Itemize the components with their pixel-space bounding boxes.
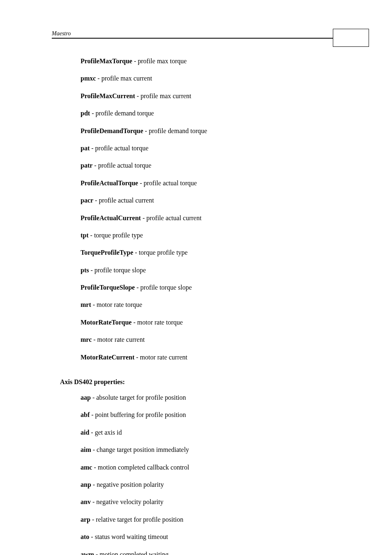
term: patr bbox=[81, 162, 92, 169]
list-item: awm - motion completed waiting bbox=[81, 550, 340, 555]
term: pat bbox=[81, 145, 90, 152]
list-item: pts - profile torque slope bbox=[81, 266, 340, 275]
term: tpt bbox=[81, 232, 89, 239]
list-item: patr - profile actual torque bbox=[81, 161, 340, 170]
header-title: Maestro bbox=[52, 30, 71, 37]
list-item: ProfileActualTorque - profile actual tor… bbox=[81, 179, 340, 188]
list-item: tpt - torque profile type bbox=[81, 231, 340, 240]
description: profile demand torque bbox=[95, 110, 154, 117]
term: pdt bbox=[81, 110, 90, 117]
term: ProfileDemandTorque bbox=[81, 127, 143, 134]
list-item: aid - get axis id bbox=[81, 428, 340, 437]
header-page-box bbox=[333, 29, 369, 47]
term: anp bbox=[81, 481, 91, 488]
list-item: ProfileMaxTorque - profile max torque bbox=[81, 57, 340, 66]
description: profile torque slope bbox=[141, 284, 192, 291]
description: profile actual current bbox=[146, 214, 201, 221]
list-item: ProfileMaxCurrent - profile max current bbox=[81, 92, 340, 101]
list-item: pat - profile actual torque bbox=[81, 144, 340, 153]
description: profile demand torque bbox=[149, 127, 207, 134]
list-item: aim - change target position immediately bbox=[81, 445, 340, 454]
description: motor rate torque bbox=[97, 301, 142, 308]
description: torque profile type bbox=[94, 232, 143, 239]
description: negative velocity polarity bbox=[96, 498, 164, 505]
definition-list-top: ProfileMaxTorque - profile max torque pm… bbox=[52, 57, 340, 362]
term: pts bbox=[81, 267, 89, 274]
description: point buffering for profile position bbox=[95, 411, 186, 418]
term: pacr bbox=[81, 197, 93, 204]
term: ProfileTorqueSlope bbox=[81, 284, 135, 291]
term: pmxc bbox=[81, 75, 96, 82]
list-item: amc - motion completed callback control bbox=[81, 463, 340, 472]
term: ProfileActualTorque bbox=[81, 180, 138, 187]
term: arp bbox=[81, 516, 90, 523]
list-item: anp - negative position polarity bbox=[81, 480, 340, 489]
description: profile actual torque bbox=[98, 162, 152, 169]
term: TorqueProfileType bbox=[81, 249, 133, 256]
term: aim bbox=[81, 446, 91, 453]
term: amc bbox=[81, 464, 92, 471]
description: profile torque slope bbox=[95, 267, 146, 274]
description: negative position polarity bbox=[97, 481, 164, 488]
list-item: ProfileActualCurrent - profile actual cu… bbox=[81, 214, 340, 223]
list-item: aap - absolute target for profile positi… bbox=[81, 393, 340, 402]
description: get axis id bbox=[95, 429, 122, 436]
description: profile max current bbox=[101, 75, 152, 82]
description: motor rate current bbox=[97, 336, 145, 343]
term: ProfileMaxTorque bbox=[81, 58, 132, 64]
description: change target position immediately bbox=[97, 446, 189, 453]
term: MotorRateCurrent bbox=[81, 354, 134, 361]
description: profile max torque bbox=[138, 58, 187, 64]
list-item: ProfileTorqueSlope - profile torque slop… bbox=[81, 283, 340, 292]
list-item: ato - status word waiting timeout bbox=[81, 532, 340, 541]
description: motion completed callback control bbox=[98, 464, 189, 471]
list-item: TorqueProfileType - torque profile type bbox=[81, 248, 340, 257]
description: profile actual torque bbox=[95, 145, 149, 152]
description: torque profile type bbox=[139, 249, 188, 256]
list-item: MotorRateTorque - motor rate torque bbox=[81, 318, 340, 327]
term: ProfileMaxCurrent bbox=[81, 92, 135, 99]
list-item: arp - relative target for profile positi… bbox=[81, 515, 340, 524]
description: motion completed waiting bbox=[99, 551, 168, 555]
description: profile actual torque bbox=[143, 180, 197, 187]
description: profile max current bbox=[141, 92, 191, 99]
term: anv bbox=[81, 498, 91, 505]
list-item: mrt - motor rate torque bbox=[81, 300, 340, 309]
term: ProfileActualCurrent bbox=[81, 214, 141, 221]
description: relative target for profile position bbox=[96, 516, 183, 523]
description: absolute target for profile position bbox=[96, 394, 186, 401]
definition-list-bottom: aap - absolute target for profile positi… bbox=[52, 393, 340, 555]
list-item: ProfileDemandTorque - profile demand tor… bbox=[81, 127, 340, 136]
list-item: abf - point buffering for profile positi… bbox=[81, 410, 340, 419]
page-content: ProfileMaxTorque - profile max torque pm… bbox=[52, 57, 340, 555]
list-item: pdt - profile demand torque bbox=[81, 109, 340, 118]
description: motor rate torque bbox=[137, 319, 183, 326]
list-item: mrc - motor rate current bbox=[81, 335, 340, 344]
term: mrc bbox=[81, 336, 92, 343]
term: awm bbox=[81, 551, 94, 555]
term: abf bbox=[81, 411, 90, 418]
header-underline bbox=[52, 38, 340, 39]
list-item: pmxc - profile max current bbox=[81, 74, 340, 83]
description: profile actual current bbox=[99, 197, 154, 204]
description: status word waiting timeout bbox=[95, 533, 168, 540]
section-title: Axis DS402 properties: bbox=[52, 378, 340, 386]
list-item: pacr - profile actual current bbox=[81, 196, 340, 205]
list-item: anv - negative velocity polarity bbox=[81, 497, 340, 507]
term: aid bbox=[81, 429, 89, 436]
description: motor rate current bbox=[140, 354, 188, 361]
term: ato bbox=[81, 533, 89, 540]
term: mrt bbox=[81, 301, 91, 308]
term: aap bbox=[81, 394, 91, 401]
term: MotorRateTorque bbox=[81, 319, 131, 326]
list-item: MotorRateCurrent - motor rate current bbox=[81, 353, 340, 362]
